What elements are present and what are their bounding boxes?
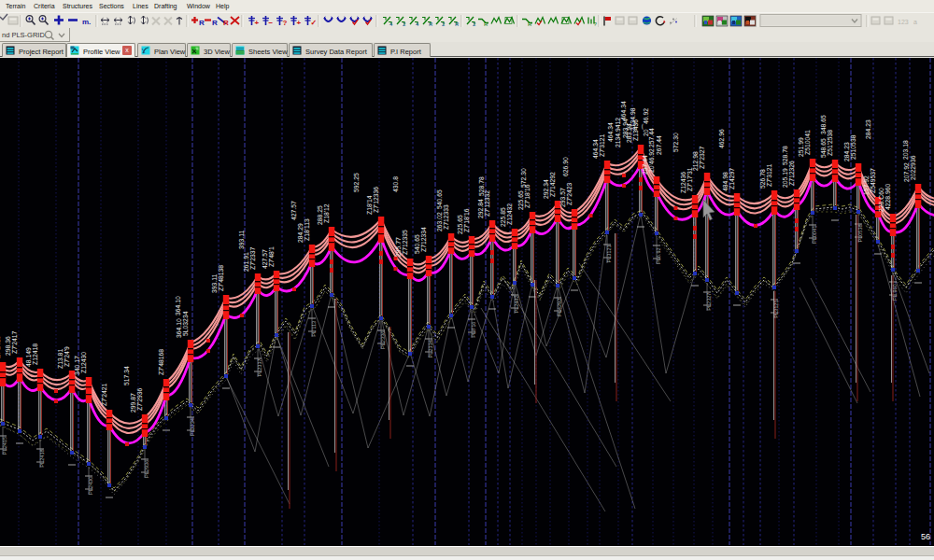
svg-text:−: −: [269, 19, 274, 27]
svg-text:393.11: 393.11: [238, 230, 245, 249]
svg-text:PL2337: PL2337: [257, 358, 262, 376]
svg-text:Z7'2327: Z7'2327: [699, 146, 705, 169]
svg-text:4: 4: [416, 21, 419, 27]
svg-text:?: ?: [594, 21, 598, 27]
svg-text:464.34: 464.34: [620, 101, 627, 120]
svg-text:517.34: 517.34: [123, 366, 130, 385]
svg-text:R: R: [429, 21, 433, 27]
svg-text:348.65: 348.65: [820, 115, 827, 134]
svg-text:293.57: 293.57: [559, 188, 566, 207]
svg-text:284.23: 284.23: [843, 142, 850, 161]
svg-text:2134.98: 2134.98: [630, 107, 636, 131]
svg-text:PL2936: PL2936: [144, 460, 149, 478]
svg-text:R: R: [484, 21, 488, 27]
svg-text:2022936: 2022936: [910, 155, 916, 180]
svg-text:299.87: 299.87: [130, 393, 136, 413]
svg-text:462.96: 462.96: [718, 129, 725, 148]
svg-text:48.149: 48.149: [25, 347, 32, 367]
svg-text:Z712333: Z712333: [443, 204, 449, 230]
svg-text:PL6.92: PL6.92: [656, 247, 661, 264]
svg-text:Z7'24'9: Z7'24'9: [64, 346, 70, 367]
svg-text:Z7'2417: Z7'2417: [11, 330, 18, 354]
svg-text:528.78: 528.78: [782, 146, 788, 165]
svg-text:2134.9412: 2134.9412: [615, 118, 621, 147]
svg-text:Z712334: Z712334: [420, 227, 427, 252]
svg-text:Z712335: Z712335: [402, 230, 408, 255]
svg-text:+: +: [297, 19, 302, 27]
svg-text:Z12430: Z12430: [80, 352, 87, 373]
svg-text:364.10: 364.10: [176, 318, 182, 338]
svg-text:Z7'48'1: Z7'48'1: [268, 246, 275, 267]
svg-text:Z7'3121: Z7'3121: [766, 163, 772, 187]
svg-text:430.8: 430.8: [392, 176, 399, 192]
svg-text:Z714292: Z714292: [549, 172, 556, 197]
svg-text:526.78: 526.78: [759, 169, 766, 189]
svg-text:Z7'2421: Z7'2421: [101, 383, 107, 406]
svg-text:PL0041: PL0041: [812, 226, 817, 244]
svg-text:626.90: 626.90: [562, 157, 569, 176]
svg-text:284.29: 284.29: [297, 223, 304, 243]
svg-text:4: 4: [389, 21, 393, 27]
svg-text:?: ?: [283, 19, 288, 27]
svg-text:292.34: 292.34: [543, 179, 549, 199]
svg-text:283.94: 283.94: [622, 119, 629, 138]
svg-text:263.02: 263.02: [436, 212, 443, 231]
svg-text:PL8'16: PL8'16: [471, 322, 476, 338]
svg-text:Z51'2538: Z51'2538: [827, 130, 833, 156]
svg-text:225.65: 225.65: [517, 190, 524, 210]
svg-text:R: R: [212, 19, 218, 27]
svg-text:PL2415: PL2415: [2, 437, 7, 455]
svg-text:Z12418: Z12418: [32, 343, 38, 365]
svg-text:298.36: 298.36: [5, 336, 11, 356]
svg-text:261.91: 261.91: [243, 252, 249, 272]
svg-text:R: R: [223, 19, 229, 27]
svg-text:2: 2: [473, 21, 476, 27]
svg-text:PL2327: PL2327: [706, 293, 712, 311]
svg-text:Z18'12: Z18'12: [323, 203, 330, 223]
svg-text:Z12432: Z12432: [506, 203, 513, 225]
svg-text:267.44: 267.44: [656, 135, 662, 155]
svg-text:Z7'48168: Z7'48168: [158, 349, 164, 375]
svg-text:228.C60: 228.C60: [878, 188, 884, 212]
svg-text:Z13.81: Z13.81: [57, 349, 64, 369]
svg-text:Z7'12336: Z7'12336: [373, 187, 379, 213]
svg-text:PL4292: PL4292: [557, 299, 562, 316]
svg-text:Z510041: Z510041: [804, 130, 811, 155]
svg-text:295.77: 295.77: [395, 237, 402, 257]
svg-text:Z7'2936: Z7'2936: [136, 387, 143, 411]
svg-text:464.34: 464.34: [607, 122, 614, 142]
svg-text:225.65: 225.65: [457, 215, 463, 234]
svg-text:284.23: 284.23: [865, 119, 871, 139]
svg-text:PL2336: PL2336: [380, 331, 386, 349]
svg-text:PL3234: PL3234: [190, 418, 195, 436]
svg-text:207.92: 207.92: [903, 162, 910, 182]
svg-text:R: R: [528, 21, 532, 27]
svg-text:PL.960: PL.960: [892, 284, 898, 301]
svg-text:251.99: 251.99: [798, 137, 804, 157]
svg-text:2510538: 2510538: [850, 134, 856, 160]
svg-text:Z18'14: Z18'14: [366, 195, 373, 215]
svg-text:548.65: 548.65: [820, 138, 827, 158]
svg-text:PL3121: PL3121: [606, 245, 612, 262]
svg-text:PL2418: PL2418: [39, 449, 45, 467]
svg-text:m.: m.: [82, 18, 91, 26]
svg-text:PL2334: PL2334: [428, 340, 433, 357]
svg-text:205.19: 205.19: [782, 168, 788, 188]
svg-text:592.25: 592.25: [353, 173, 360, 192]
svg-text:Z7'48138: Z7'48138: [218, 265, 224, 291]
svg-text:157.92: 157.92: [863, 175, 870, 195]
svg-text:212.98: 212.98: [692, 151, 699, 171]
svg-text:572.30: 572.30: [672, 133, 679, 152]
svg-text:PL3121: PL3121: [773, 301, 779, 318]
svg-text:528.78: 528.78: [478, 176, 485, 196]
svg-text:Z7'2415: Z7'2415: [0, 335, 1, 358]
svg-text:+: +: [255, 19, 260, 27]
svg-text:292.84: 292.84: [477, 199, 484, 218]
svg-text:PL2432: PL2432: [514, 295, 519, 313]
svg-text:Z7'3121: Z7'3121: [599, 133, 605, 157]
svg-text:5L03234: 5L03234: [182, 311, 189, 336]
svg-text:427.57: 427.57: [262, 249, 268, 269]
svg-text:Z18'113: Z18'113: [304, 218, 310, 241]
svg-text:257.44: 257.44: [648, 128, 655, 147]
svg-text:427.57: 427.57: [290, 201, 297, 220]
